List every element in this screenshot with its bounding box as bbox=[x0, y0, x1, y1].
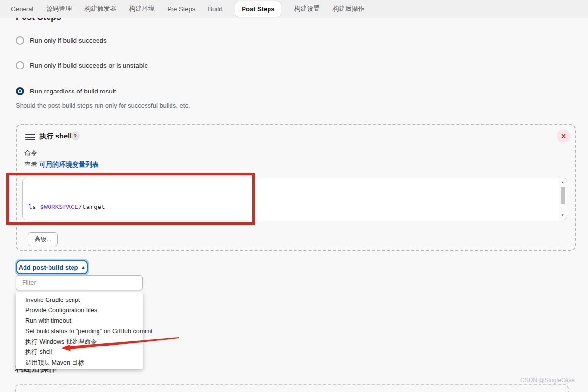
shell-command-textarea[interactable]: ls $WORKSPACE/target cp $WORKSPACE/targe… bbox=[22, 178, 567, 220]
menu-item-provide-config-files[interactable]: Provide Configuration files bbox=[16, 305, 143, 315]
shell-step-title: 执行 shell bbox=[39, 132, 72, 141]
tab-build-environment[interactable]: 构建环境 bbox=[129, 4, 154, 13]
close-icon[interactable]: ✕ bbox=[557, 129, 570, 143]
radio-build-succeeds[interactable] bbox=[16, 36, 24, 45]
next-section-panel bbox=[15, 384, 569, 392]
scrollbar-thumb[interactable] bbox=[561, 187, 565, 204]
menu-item-windows-batch[interactable]: 执行 Windows 批处理命令 bbox=[16, 337, 143, 347]
advanced-button[interactable]: 高级... bbox=[28, 232, 58, 246]
radio-succeeds-or-unstable[interactable] bbox=[16, 61, 24, 69]
tab-source-management[interactable]: 源码管理 bbox=[46, 4, 72, 13]
config-tab-bar: General 源码管理 构建触发器 构建环境 Pre Steps Build … bbox=[0, 0, 588, 18]
tab-build-triggers[interactable]: 构建触发器 bbox=[84, 4, 116, 13]
shell-command-code: ls $WORKSPACE/target cp $WORKSPACE/targe… bbox=[23, 178, 559, 220]
tab-post-build-actions[interactable]: 构建后操作 bbox=[332, 4, 364, 13]
post-build-step-dropdown: Invoke Gradle script Provide Configurati… bbox=[16, 292, 143, 369]
scroll-down-icon[interactable]: ▼ bbox=[561, 213, 565, 218]
env-variables-link[interactable]: 可用的环境变量列表 bbox=[39, 161, 99, 168]
drag-handle-icon[interactable] bbox=[25, 134, 35, 140]
radio-regardless-selected[interactable] bbox=[16, 87, 24, 95]
tab-pre-steps[interactable]: Pre Steps bbox=[167, 5, 195, 13]
radio-label: Run regardless of build result bbox=[30, 88, 116, 95]
filter-box bbox=[16, 275, 143, 290]
add-post-build-step-button[interactable]: Add post-build step ▲ bbox=[16, 260, 88, 274]
watermark: CSDN @SingleCase bbox=[520, 377, 575, 384]
filter-input[interactable] bbox=[16, 275, 143, 290]
add-step-label: Add post-build step bbox=[19, 264, 78, 271]
scroll-up-icon[interactable]: ▲ bbox=[561, 180, 565, 184]
tab-build[interactable]: Build bbox=[208, 5, 222, 13]
jenkins-config-page: General 源码管理 构建触发器 构建环境 Pre Steps Build … bbox=[0, 0, 588, 392]
textarea-scrollbar[interactable]: ▲ ▼ bbox=[559, 179, 566, 219]
radio-label: Run only if build succeeds or is unstabl… bbox=[30, 62, 148, 69]
command-label: 命令 bbox=[24, 149, 37, 158]
env-variables-line: 查看 可用的环境变量列表 bbox=[24, 161, 98, 169]
menu-item-invoke-gradle[interactable]: Invoke Gradle script bbox=[16, 295, 143, 305]
tab-general[interactable]: General bbox=[11, 5, 33, 13]
help-icon[interactable]: ? bbox=[71, 131, 80, 140]
shell-step-panel: 执行 shell ? ✕ 命令 查看 可用的环境变量列表 ls $WORKSPA… bbox=[16, 124, 576, 251]
menu-item-execute-shell[interactable]: 执行 shell bbox=[16, 347, 143, 357]
radio-row-build-succeeds: Run only if build succeeds bbox=[16, 36, 107, 45]
tab-post-steps[interactable]: Post Steps bbox=[235, 1, 281, 17]
menu-item-set-build-status[interactable]: Set build status to "pending" on GitHub … bbox=[16, 326, 143, 336]
radio-row-succeeds-or-unstable: Run only if build succeeds or is unstabl… bbox=[16, 61, 148, 69]
menu-item-top-level-maven[interactable]: 调用顶层 Maven 目标 bbox=[16, 357, 143, 368]
radio-row-regardless: Run regardless of build result bbox=[16, 87, 116, 95]
menu-item-run-with-timeout[interactable]: Run with timeout bbox=[16, 316, 143, 326]
post-steps-help-text: Should the post-build steps run only for… bbox=[16, 102, 190, 109]
see-label: 查看 bbox=[24, 161, 39, 168]
radio-label: Run only if build succeeds bbox=[30, 37, 107, 44]
chevron-up-icon: ▲ bbox=[81, 265, 86, 270]
code-line: ls $WORKSPACE/target bbox=[28, 202, 559, 212]
tab-build-settings[interactable]: 构建设置 bbox=[294, 4, 319, 13]
